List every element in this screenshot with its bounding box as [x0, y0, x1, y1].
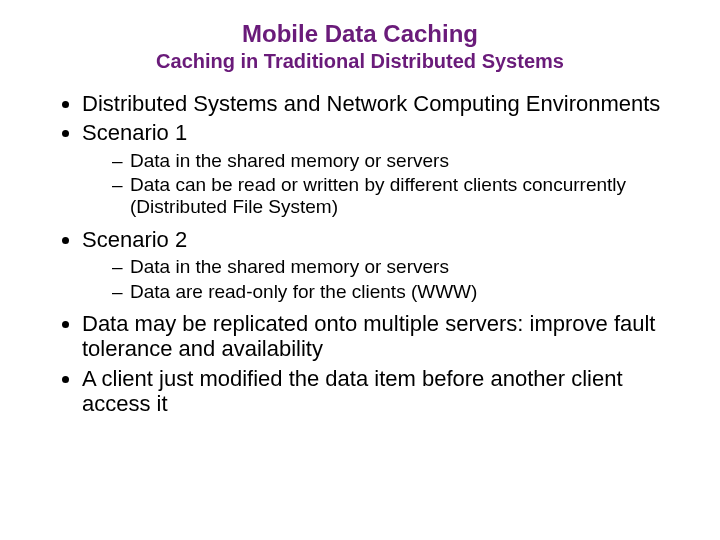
bullet-text: Distributed Systems and Network Computin… — [82, 91, 660, 116]
slide-title: Mobile Data Caching — [30, 20, 690, 48]
sub-bullet-list: Data in the shared memory or servers Dat… — [82, 256, 690, 303]
bullet-text: A client just modified the data item bef… — [82, 366, 623, 416]
list-item: Data may be replicated onto multiple ser… — [82, 311, 690, 366]
list-item: Data are read-only for the clients (WWW) — [112, 281, 690, 303]
list-item: Scenario 1 Data in the shared memory or … — [82, 120, 690, 227]
list-item: Data can be read or written by different… — [112, 174, 690, 219]
list-item: Distributed Systems and Network Computin… — [82, 91, 690, 120]
list-item: A client just modified the data item bef… — [82, 366, 690, 421]
list-item: Data in the shared memory or servers — [112, 256, 690, 278]
slide: Mobile Data Caching Caching in Tradition… — [0, 0, 720, 540]
bullet-text: Data in the shared memory or servers — [130, 150, 449, 171]
bullet-text: Data in the shared memory or servers — [130, 256, 449, 277]
list-item: Data in the shared memory or servers — [112, 150, 690, 172]
bullet-text: Data are read-only for the clients (WWW) — [130, 281, 477, 302]
slide-subtitle: Caching in Traditional Distributed Syste… — [30, 50, 690, 73]
bullet-text: Data may be replicated onto multiple ser… — [82, 311, 655, 361]
list-item: Scenario 2 Data in the shared memory or … — [82, 227, 690, 311]
bullet-text: Data can be read or written by different… — [130, 174, 626, 217]
sub-bullet-list: Data in the shared memory or servers Dat… — [82, 150, 690, 219]
bullet-list: Distributed Systems and Network Computin… — [30, 91, 690, 420]
bullet-text: Scenario 2 — [82, 227, 187, 252]
bullet-text: Scenario 1 — [82, 120, 187, 145]
